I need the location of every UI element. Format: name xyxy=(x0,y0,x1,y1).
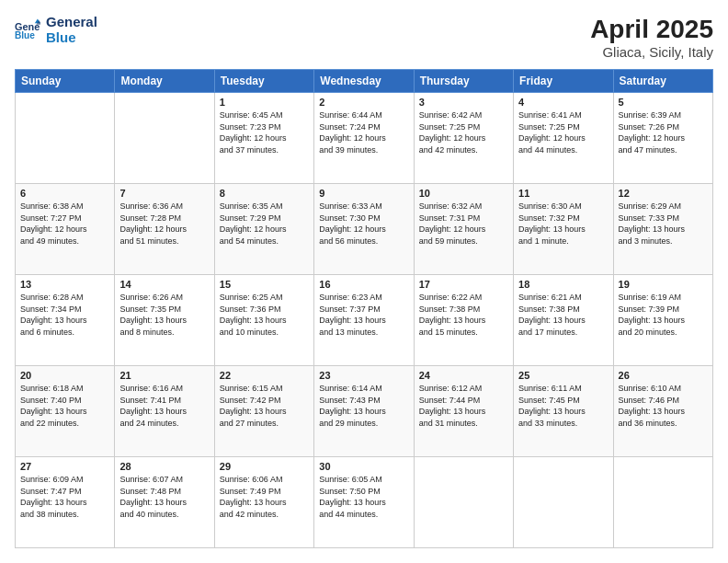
day-number: 19 xyxy=(619,279,708,290)
day-number: 20 xyxy=(20,370,109,381)
calendar-cell: 15Sunrise: 6:25 AM Sunset: 7:36 PM Dayli… xyxy=(214,275,313,366)
day-number: 3 xyxy=(419,97,508,108)
day-number: 5 xyxy=(619,97,708,108)
day-number: 26 xyxy=(619,370,708,381)
logo-blue: Blue xyxy=(46,30,97,46)
calendar-table: SundayMondayTuesdayWednesdayThursdayFrid… xyxy=(15,69,713,548)
day-info: Sunrise: 6:35 AM Sunset: 7:29 PM Dayligh… xyxy=(220,201,309,247)
day-number: 22 xyxy=(220,370,309,381)
day-number: 8 xyxy=(220,188,309,199)
calendar-cell xyxy=(115,93,214,184)
day-info: Sunrise: 6:25 AM Sunset: 7:36 PM Dayligh… xyxy=(220,292,309,338)
calendar-cell: 25Sunrise: 6:11 AM Sunset: 7:45 PM Dayli… xyxy=(514,366,613,457)
day-info: Sunrise: 6:21 AM Sunset: 7:38 PM Dayligh… xyxy=(518,292,608,338)
calendar-cell: 26Sunrise: 6:10 AM Sunset: 7:46 PM Dayli… xyxy=(613,366,712,457)
calendar-cell: 8Sunrise: 6:35 AM Sunset: 7:29 PM Daylig… xyxy=(214,184,313,275)
day-info: Sunrise: 6:42 AM Sunset: 7:25 PM Dayligh… xyxy=(419,109,508,155)
day-info: Sunrise: 6:16 AM Sunset: 7:41 PM Dayligh… xyxy=(119,383,209,429)
day-info: Sunrise: 6:23 AM Sunset: 7:37 PM Dayligh… xyxy=(319,292,408,338)
calendar-cell: 13Sunrise: 6:28 AM Sunset: 7:34 PM Dayli… xyxy=(16,275,115,366)
calendar-cell: 9Sunrise: 6:33 AM Sunset: 7:30 PM Daylig… xyxy=(314,184,414,275)
calendar-header-row: SundayMondayTuesdayWednesdayThursdayFrid… xyxy=(16,70,713,93)
day-number: 14 xyxy=(119,279,209,290)
calendar-cell: 6Sunrise: 6:38 AM Sunset: 7:27 PM Daylig… xyxy=(16,184,115,275)
calendar-cell: 30Sunrise: 6:05 AM Sunset: 7:50 PM Dayli… xyxy=(314,457,414,548)
calendar-cell xyxy=(414,457,513,548)
calendar-cell: 28Sunrise: 6:07 AM Sunset: 7:48 PM Dayli… xyxy=(115,457,214,548)
day-number: 16 xyxy=(319,279,408,290)
day-number: 29 xyxy=(220,461,309,472)
svg-text:Blue: Blue xyxy=(15,30,35,40)
day-number: 11 xyxy=(518,188,608,199)
day-number: 30 xyxy=(319,461,408,472)
calendar-cell xyxy=(613,457,712,548)
calendar-cell: 12Sunrise: 6:29 AM Sunset: 7:33 PM Dayli… xyxy=(613,184,712,275)
day-info: Sunrise: 6:07 AM Sunset: 7:48 PM Dayligh… xyxy=(119,474,209,520)
calendar-cell: 1Sunrise: 6:45 AM Sunset: 7:23 PM Daylig… xyxy=(214,93,313,184)
day-info: Sunrise: 6:14 AM Sunset: 7:43 PM Dayligh… xyxy=(319,383,408,429)
day-info: Sunrise: 6:18 AM Sunset: 7:40 PM Dayligh… xyxy=(20,383,109,429)
day-info: Sunrise: 6:05 AM Sunset: 7:50 PM Dayligh… xyxy=(319,474,408,520)
weekday-header: Saturday xyxy=(613,70,712,93)
day-number: 6 xyxy=(20,188,109,199)
calendar-week-row: 13Sunrise: 6:28 AM Sunset: 7:34 PM Dayli… xyxy=(16,275,713,366)
calendar-cell: 7Sunrise: 6:36 AM Sunset: 7:28 PM Daylig… xyxy=(115,184,214,275)
logo-general: General xyxy=(46,15,97,30)
calendar-cell: 18Sunrise: 6:21 AM Sunset: 7:38 PM Dayli… xyxy=(514,275,613,366)
logo: General Blue General Blue xyxy=(15,15,97,45)
calendar-cell: 22Sunrise: 6:15 AM Sunset: 7:42 PM Dayli… xyxy=(214,366,313,457)
day-number: 15 xyxy=(220,279,309,290)
weekday-header: Friday xyxy=(514,70,613,93)
day-info: Sunrise: 6:36 AM Sunset: 7:28 PM Dayligh… xyxy=(119,201,209,247)
weekday-header: Tuesday xyxy=(214,70,313,93)
day-info: Sunrise: 6:44 AM Sunset: 7:24 PM Dayligh… xyxy=(319,109,408,155)
weekday-header: Wednesday xyxy=(314,70,414,93)
calendar-cell: 11Sunrise: 6:30 AM Sunset: 7:32 PM Dayli… xyxy=(514,184,613,275)
calendar-cell: 27Sunrise: 6:09 AM Sunset: 7:47 PM Dayli… xyxy=(16,457,115,548)
day-number: 27 xyxy=(20,461,109,472)
day-number: 28 xyxy=(119,461,209,472)
calendar-cell: 4Sunrise: 6:41 AM Sunset: 7:25 PM Daylig… xyxy=(514,93,613,184)
main-title: April 2025 xyxy=(590,15,713,44)
day-number: 4 xyxy=(518,97,608,108)
day-info: Sunrise: 6:39 AM Sunset: 7:26 PM Dayligh… xyxy=(619,109,708,155)
day-number: 10 xyxy=(419,188,508,199)
calendar-cell: 23Sunrise: 6:14 AM Sunset: 7:43 PM Dayli… xyxy=(314,366,414,457)
weekday-header: Sunday xyxy=(16,70,115,93)
day-number: 17 xyxy=(419,279,508,290)
day-info: Sunrise: 6:45 AM Sunset: 7:23 PM Dayligh… xyxy=(220,109,309,155)
day-info: Sunrise: 6:26 AM Sunset: 7:35 PM Dayligh… xyxy=(119,292,209,338)
page: General Blue General Blue April 2025 Gli… xyxy=(0,0,728,563)
day-number: 23 xyxy=(319,370,408,381)
day-number: 2 xyxy=(319,97,408,108)
calendar-cell: 21Sunrise: 6:16 AM Sunset: 7:41 PM Dayli… xyxy=(115,366,214,457)
day-number: 18 xyxy=(518,279,608,290)
logo-icon: General Blue xyxy=(15,17,40,43)
day-info: Sunrise: 6:19 AM Sunset: 7:39 PM Dayligh… xyxy=(619,292,708,338)
header: General Blue General Blue April 2025 Gli… xyxy=(15,15,713,60)
calendar-week-row: 6Sunrise: 6:38 AM Sunset: 7:27 PM Daylig… xyxy=(16,184,713,275)
calendar-cell: 16Sunrise: 6:23 AM Sunset: 7:37 PM Dayli… xyxy=(314,275,414,366)
day-number: 9 xyxy=(319,188,408,199)
calendar-cell xyxy=(514,457,613,548)
day-info: Sunrise: 6:33 AM Sunset: 7:30 PM Dayligh… xyxy=(319,201,408,247)
day-number: 21 xyxy=(119,370,209,381)
calendar-week-row: 1Sunrise: 6:45 AM Sunset: 7:23 PM Daylig… xyxy=(16,93,713,184)
calendar-week-row: 20Sunrise: 6:18 AM Sunset: 7:40 PM Dayli… xyxy=(16,366,713,457)
day-info: Sunrise: 6:09 AM Sunset: 7:47 PM Dayligh… xyxy=(20,474,109,520)
calendar-cell: 3Sunrise: 6:42 AM Sunset: 7:25 PM Daylig… xyxy=(414,93,513,184)
weekday-header: Monday xyxy=(115,70,214,93)
title-block: April 2025 Gliaca, Sicily, Italy xyxy=(590,15,713,60)
day-info: Sunrise: 6:06 AM Sunset: 7:49 PM Dayligh… xyxy=(220,474,309,520)
calendar-cell: 2Sunrise: 6:44 AM Sunset: 7:24 PM Daylig… xyxy=(314,93,414,184)
day-number: 12 xyxy=(619,188,708,199)
day-info: Sunrise: 6:22 AM Sunset: 7:38 PM Dayligh… xyxy=(419,292,508,338)
calendar-cell: 20Sunrise: 6:18 AM Sunset: 7:40 PM Dayli… xyxy=(16,366,115,457)
day-info: Sunrise: 6:32 AM Sunset: 7:31 PM Dayligh… xyxy=(419,201,508,247)
calendar-week-row: 27Sunrise: 6:09 AM Sunset: 7:47 PM Dayli… xyxy=(16,457,713,548)
calendar-cell: 10Sunrise: 6:32 AM Sunset: 7:31 PM Dayli… xyxy=(414,184,513,275)
day-info: Sunrise: 6:10 AM Sunset: 7:46 PM Dayligh… xyxy=(619,383,708,429)
day-number: 1 xyxy=(220,97,309,108)
day-info: Sunrise: 6:12 AM Sunset: 7:44 PM Dayligh… xyxy=(419,383,508,429)
day-info: Sunrise: 6:30 AM Sunset: 7:32 PM Dayligh… xyxy=(518,201,608,247)
